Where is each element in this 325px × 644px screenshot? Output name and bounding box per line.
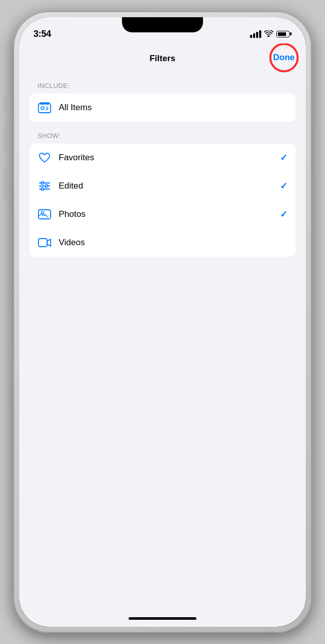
include-list: All Items — [29, 94, 296, 122]
favorites-check: ✓ — [280, 152, 288, 163]
home-indicator — [19, 610, 306, 627]
all-items-label: All Items — [59, 103, 288, 113]
videos-label: Videos — [59, 238, 288, 248]
favorites-row[interactable]: Favorites ✓ — [29, 144, 296, 172]
done-button-wrapper: Done — [272, 51, 296, 65]
edited-row[interactable]: Edited ✓ — [29, 172, 296, 200]
include-section-label: INCLUDE: — [29, 82, 296, 89]
status-time: 3:54 — [33, 29, 51, 39]
mute-button — [5, 95, 8, 113]
videos-row[interactable]: Videos — [29, 228, 296, 257]
wifi-icon — [264, 30, 273, 37]
notch — [122, 17, 203, 32]
edited-label: Edited — [59, 181, 280, 191]
signal-bar-4 — [259, 30, 261, 38]
photos-row[interactable]: Photos ✓ — [29, 200, 296, 228]
status-icons — [250, 30, 292, 38]
power-button — [317, 127, 320, 178]
signal-bar-2 — [253, 33, 255, 38]
signal-bars-icon — [250, 30, 261, 38]
battery-icon — [276, 31, 292, 37]
main-content: Filters Done INCLUDE: — [19, 43, 306, 610]
favorites-label: Favorites — [59, 153, 280, 163]
svg-rect-1 — [38, 104, 51, 113]
phone-frame: 3:54 — [13, 11, 312, 633]
home-bar — [129, 617, 196, 620]
volume-down-button — [5, 165, 8, 200]
volume-up-button — [5, 122, 8, 157]
sheet-header: Filters Done — [29, 43, 296, 72]
filters-sheet: Filters Done INCLUDE: — [19, 43, 306, 610]
svg-point-9 — [42, 188, 44, 191]
edited-check: ✓ — [280, 180, 288, 192]
show-section-label: SHOW: — [29, 132, 296, 140]
done-button[interactable]: Done — [272, 51, 296, 65]
sliders-icon — [37, 179, 52, 193]
heart-icon — [37, 151, 52, 165]
svg-point-8 — [46, 185, 48, 188]
svg-point-7 — [42, 182, 44, 185]
all-items-icon — [37, 101, 52, 115]
signal-bar-3 — [256, 32, 258, 38]
sheet-title: Filters — [149, 54, 175, 64]
svg-point-3 — [41, 107, 44, 110]
phone-screen: 3:54 — [19, 17, 306, 627]
svg-point-0 — [268, 35, 269, 37]
screen: 3:54 — [19, 17, 306, 627]
signal-bar-1 — [250, 35, 252, 38]
svg-rect-12 — [38, 239, 47, 247]
photos-check: ✓ — [280, 209, 288, 220]
photos-label: Photos — [59, 209, 280, 219]
photo-icon — [37, 207, 52, 221]
show-list: Favorites ✓ — [29, 144, 296, 257]
all-items-row[interactable]: All Items — [29, 94, 296, 122]
video-icon — [37, 236, 52, 250]
